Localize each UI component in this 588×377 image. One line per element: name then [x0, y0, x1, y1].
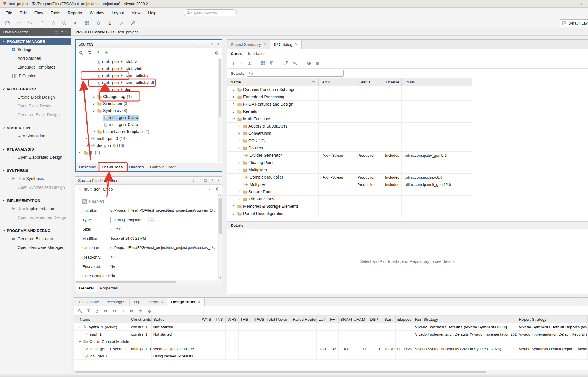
type-value-box[interactable]: Verilog Template: [110, 217, 144, 223]
column-header-start[interactable]: Start: [382, 316, 396, 323]
close-icon[interactable]: ×: [217, 178, 220, 183]
collapse-all-icon[interactable]: [87, 309, 91, 313]
tab-compile-order[interactable]: Compile Order: [147, 163, 179, 171]
expand-all-icon[interactable]: [248, 61, 251, 65]
expand-all-icon[interactable]: [95, 309, 99, 313]
percent-icon[interactable]: %: [147, 308, 151, 313]
float-icon[interactable]: □: [204, 42, 206, 46]
menu-bars-icon[interactable]: [55, 31, 58, 34]
column-header-elapsed[interactable]: Elapsed: [396, 316, 413, 323]
catalog-row-dynamic-function-exchange[interactable]: Dynamic Function eXchange: [227, 86, 472, 93]
step-back-icon[interactable]: [112, 309, 116, 313]
ip-search-input[interactable]: [254, 71, 341, 76]
flow-nav-item-generate-bitstream[interactable]: Generate Bitstream: [0, 234, 71, 243]
flow-nav-item-open-synthesized-design[interactable]: Open Synthesized Design: [0, 183, 71, 192]
license-key-icon[interactable]: [293, 61, 297, 65]
back-arrow-icon[interactable]: ←: [198, 186, 202, 192]
tab-general[interactable]: General: [76, 284, 97, 292]
source-tree-row-mult-gen-0[interactable]: mult_gen_0(14): [76, 135, 222, 142]
help-icon[interactable]: ?: [582, 298, 588, 306]
column-header-tns[interactable]: TNS: [213, 316, 226, 323]
menu-item-file[interactable]: File: [2, 9, 16, 17]
collapse-all-icon[interactable]: [88, 51, 92, 55]
scroll-up-icon[interactable]: ▲: [219, 193, 222, 197]
chevron-right-icon[interactable]: [231, 212, 236, 215]
source-tree-row-mult-gen-0-sim-netlist-vhdl[interactable]: mult_gen_0_sim_netlist.vhdl: [76, 79, 222, 86]
column-header-whs[interactable]: WHS: [226, 316, 239, 323]
column-header-ths[interactable]: THS: [239, 316, 251, 323]
chevron-right-icon[interactable]: [236, 132, 241, 135]
chevron-right-icon[interactable]: [236, 125, 241, 128]
flow-nav-item-run-implementation[interactable]: Run Implementation: [0, 204, 71, 213]
catalog-row-fpga-features-and-design[interactable]: FPGA Features and Design: [227, 101, 472, 108]
run-selected-icon[interactable]: [121, 309, 125, 313]
plus-icon[interactable]: [105, 51, 109, 55]
run-row-synth-1[interactable]: synth_1 (active)constrs_1Not startedViva…: [74, 323, 588, 331]
run-row-out-of-context-module-runs[interactable]: Out-of-Context Module Runs: [74, 338, 588, 345]
tab-design-runs[interactable]: Design Runs×: [167, 298, 204, 306]
scrollbar-thumb[interactable]: [219, 198, 222, 234]
run-row-div-gen-0[interactable]: div_gen_0Using cached IP results: [74, 352, 588, 360]
tab-ip-catalog[interactable]: IP Catalog×: [270, 40, 302, 49]
flow-nav-item-run-simulation[interactable]: Run Simulation: [0, 132, 71, 140]
chevron-right-icon[interactable]: [231, 103, 236, 106]
ip-search-box[interactable]: ▾: [247, 70, 344, 77]
source-tree-row-mult-gen-0-vho[interactable]: mult_gen_0.vho: [76, 121, 222, 128]
collapse-all-icon[interactable]: [239, 61, 243, 65]
search-icon[interactable]: [230, 61, 234, 65]
customize-icon[interactable]: [284, 61, 288, 65]
tab-log[interactable]: Log: [130, 298, 145, 306]
help-icon[interactable]: ?: [192, 42, 194, 46]
flow-nav-item-open-hardware-manager[interactable]: Open Hardware Manager: [0, 243, 71, 252]
menu-item-layout[interactable]: Layout: [108, 9, 128, 17]
stop-icon[interactable]: [316, 62, 319, 65]
catalog-row-trig-functions[interactable]: Trig Functions: [227, 196, 472, 203]
debug-probe-icon[interactable]: [129, 20, 136, 26]
menu-item-help[interactable]: Help: [144, 9, 160, 17]
chevron-down-icon[interactable]: [78, 151, 83, 154]
maximize-icon[interactable]: ↗: [210, 42, 213, 46]
expand-all-icon[interactable]: [96, 51, 100, 55]
layout-selector[interactable]: Default Layou: [560, 19, 588, 27]
flow-nav-item-generate-block-design[interactable]: Generate Block Design: [0, 110, 71, 119]
chevron-down-icon[interactable]: [77, 325, 82, 329]
flow-nav-header-ip-integrator[interactable]: IP INTEGRATOR: [0, 85, 71, 93]
column-header-ff[interactable]: FF: [328, 316, 339, 323]
run-icon[interactable]: [72, 20, 79, 26]
column-header-status[interactable]: Status: [356, 78, 382, 86]
column-header-name[interactable]: Name^1: [227, 78, 319, 86]
flow-nav-item-run-synthesis[interactable]: Run Synthesis: [0, 174, 71, 183]
chevron-down-icon[interactable]: [77, 340, 82, 343]
close-icon[interactable]: ×: [217, 42, 219, 46]
flow-nav-item-add-sources[interactable]: Add Sources: [0, 54, 71, 63]
copy-icon[interactable]: [50, 20, 56, 26]
flow-nav-header-simulation[interactable]: SIMULATION: [0, 124, 71, 132]
catalog-row-partial-reconfiguration[interactable]: Partial Reconfiguration: [227, 210, 472, 217]
catalog-row-cordic[interactable]: CORDIC: [227, 137, 472, 144]
flow-nav-header-implementation[interactable]: IMPLEMENTATION: [0, 197, 71, 204]
source-tree-row-simulation[interactable]: Simulation(3): [76, 100, 222, 107]
flow-nav-item-ip-catalog[interactable]: IP Catalog: [0, 71, 71, 80]
chevron-right-icon[interactable]: [236, 139, 241, 142]
help-icon[interactable]: ?: [66, 30, 68, 34]
column-header-name[interactable]: Name: [74, 316, 129, 323]
flow-nav-header-program-and-debug[interactable]: PROGRAM AND DEBUG: [0, 227, 71, 234]
minimize-icon[interactable]: –: [198, 42, 200, 46]
report-icon[interactable]: [38, 20, 45, 26]
tab-ip-sources[interactable]: IP Sources: [99, 163, 126, 171]
scrollbar-thumb[interactable]: [75, 371, 486, 373]
column-header-license[interactable]: License: [382, 78, 402, 86]
menu-item-view[interactable]: View: [128, 9, 144, 17]
column-header-tpws[interactable]: TPWS: [251, 316, 265, 323]
flow-nav-item-open-implemented-design[interactable]: Open Implemented Design: [0, 213, 71, 222]
step-forward-icon[interactable]: [129, 309, 134, 313]
source-tree-row-ip[interactable]: IP(2): [76, 149, 222, 156]
catalog-row-kernels[interactable]: Kernels: [227, 108, 472, 115]
flow-nav-header-project-manager[interactable]: PROJECT MANAGER: [0, 38, 71, 45]
menu-item-flow[interactable]: Flow: [31, 9, 47, 17]
catalog-row-embedded-processing[interactable]: Embedded Processing: [227, 93, 472, 101]
minimize-icon[interactable]: –: [198, 178, 200, 183]
catalog-row-memories-storage-elements[interactable]: Memories & Storage Elements: [227, 203, 472, 210]
skip-to-first-icon[interactable]: [104, 309, 107, 313]
source-tree-row-synthesis[interactable]: Synthesis(3): [76, 107, 222, 114]
